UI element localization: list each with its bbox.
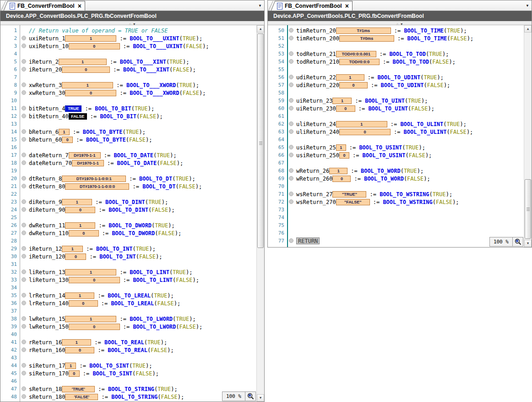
- monitor-value-box[interactable]: 'FALSE': [65, 394, 98, 400]
- monitor-value-box[interactable]: 0: [65, 347, 94, 353]
- breakpoint-dot[interactable]: [22, 114, 26, 118]
- monitor-value-box[interactable]: 0: [339, 129, 391, 135]
- monitor-value-box[interactable]: FALSE: [69, 113, 87, 120]
- zoom-magnifier-icon[interactable]: [513, 237, 523, 247]
- zoom-level[interactable]: 100 %: [222, 391, 245, 401]
- monitor-value-box[interactable]: 1: [65, 316, 116, 322]
- monitor-value-box[interactable]: 0: [69, 43, 120, 50]
- code-editor[interactable]: 1// Return value of operand = TRUE or FA…: [0, 25, 264, 402]
- breakpoint-dot[interactable]: [22, 386, 26, 391]
- breakpoint-dot[interactable]: [289, 106, 293, 110]
- monitor-value-box[interactable]: 1: [65, 363, 76, 369]
- tab-list-dropdown-icon[interactable]: ▼: [258, 4, 262, 8]
- monitor-value-box[interactable]: 0: [69, 230, 99, 237]
- breakpoint-dot[interactable]: [22, 67, 26, 72]
- monitor-value-box[interactable]: DT#1970-1-1-0:0:0: [65, 183, 129, 190]
- breakpoint-dot[interactable]: [22, 137, 26, 142]
- scroll-down-icon[interactable]: ▼: [524, 240, 532, 247]
- breakpoint-dot[interactable]: [22, 316, 26, 321]
- declaration-splitter[interactable]: △▼: [0, 21, 264, 25]
- breakpoint-dot[interactable]: [22, 340, 26, 344]
- monitor-value-box[interactable]: 1: [336, 121, 387, 127]
- monitor-value-box[interactable]: TRUE: [65, 105, 81, 112]
- breakpoint-dot[interactable]: [22, 371, 26, 375]
- monitor-value-box[interactable]: 1: [65, 269, 116, 275]
- monitor-value-box[interactable]: TOD#0:0:0: [339, 59, 380, 65]
- monitor-value-box[interactable]: 0: [336, 105, 355, 112]
- breakpoint-dot[interactable]: [289, 168, 293, 173]
- breakpoint-dot[interactable]: [22, 301, 26, 305]
- breakpoint-dot[interactable]: [289, 83, 293, 87]
- scroll-up-icon[interactable]: ▲: [257, 25, 264, 33]
- tab-close-icon[interactable]: ×: [345, 3, 349, 9]
- monitor-value-box[interactable]: 0: [65, 253, 86, 260]
- breakpoint-dot[interactable]: [22, 106, 26, 110]
- breakpoint-dot[interactable]: [289, 192, 293, 196]
- monitor-value-box[interactable]: 0: [65, 207, 95, 213]
- breakpoint-dot[interactable]: [22, 394, 26, 399]
- monitor-value-box[interactable]: 1: [62, 246, 83, 252]
- monitor-value-box[interactable]: 1: [62, 199, 92, 205]
- monitor-value-box[interactable]: 0: [65, 90, 116, 96]
- breakpoint-dot[interactable]: [289, 98, 293, 103]
- breakpoint-dot[interactable]: [289, 238, 293, 243]
- breakpoint-dot[interactable]: [289, 129, 293, 134]
- monitor-value-box[interactable]: 1: [62, 82, 113, 88]
- breakpoint-dot[interactable]: [22, 199, 26, 204]
- breakpoint-dot[interactable]: [289, 145, 293, 149]
- breakpoint-dot[interactable]: [22, 347, 26, 352]
- breakpoint-dot[interactable]: [289, 28, 293, 33]
- monitor-value-box[interactable]: T#1ms: [336, 28, 391, 34]
- breakpoint-dot[interactable]: [22, 90, 26, 95]
- scroll-down-icon[interactable]: ▼: [257, 394, 264, 402]
- monitor-value-box[interactable]: 1: [65, 35, 116, 42]
- monitor-value-box[interactable]: TOD#0:0:0.001: [336, 51, 376, 57]
- breakpoint-dot[interactable]: [289, 75, 293, 79]
- monitor-value-box[interactable]: 1: [336, 144, 346, 151]
- breakpoint-dot[interactable]: [22, 59, 26, 64]
- monitor-value-box[interactable]: 0: [339, 152, 349, 159]
- breakpoint-dot[interactable]: [289, 51, 293, 56]
- tab-list-dropdown-icon[interactable]: ▼: [526, 4, 529, 8]
- zoom-level[interactable]: 100 %: [489, 237, 513, 247]
- breakpoint-dot[interactable]: [22, 129, 26, 134]
- monitor-value-box[interactable]: "TRUE": [332, 191, 366, 198]
- monitor-value-box[interactable]: 1: [65, 222, 95, 229]
- tab-close-icon[interactable]: ×: [78, 3, 81, 9]
- monitor-value-box[interactable]: 0: [62, 66, 110, 73]
- breakpoint-dot[interactable]: [289, 176, 293, 181]
- breakpoint-dot[interactable]: [22, 36, 26, 40]
- breakpoint-dot[interactable]: [22, 254, 26, 259]
- code-editor[interactable]: 50timReturn_20T#1ms:= BOOL_TO_TIME(TRUE)…: [268, 25, 532, 247]
- monitor-value-box[interactable]: "FALSE": [336, 199, 370, 205]
- monitor-value-box[interactable]: DT#1970-1-1-0:0:1: [62, 176, 126, 182]
- monitor-value-box[interactable]: 0: [62, 137, 73, 143]
- breakpoint-dot[interactable]: [22, 363, 26, 368]
- breakpoint-dot[interactable]: [22, 293, 26, 297]
- breakpoint-dot[interactable]: [22, 83, 26, 87]
- declaration-splitter[interactable]: △▼: [268, 21, 532, 25]
- monitor-value-box[interactable]: 1: [332, 98, 352, 104]
- breakpoint-dot[interactable]: [22, 176, 26, 181]
- breakpoint-dot[interactable]: [22, 153, 26, 157]
- breakpoint-dot[interactable]: [289, 121, 293, 126]
- monitor-value-box[interactable]: D#1970-1-1: [72, 160, 104, 166]
- monitor-value-box[interactable]: 1: [62, 339, 91, 346]
- monitor-value-box[interactable]: T#0ms: [339, 35, 394, 42]
- breakpoint-dot[interactable]: [289, 199, 293, 204]
- breakpoint-dot[interactable]: [22, 160, 26, 165]
- breakpoint-dot[interactable]: [22, 277, 26, 282]
- monitor-value-box[interactable]: 1: [59, 59, 107, 65]
- monitor-value-box[interactable]: 1: [65, 292, 94, 299]
- monitor-value-box[interactable]: 1: [59, 129, 70, 135]
- breakpoint-dot[interactable]: [22, 246, 26, 251]
- breakpoint-dot[interactable]: [289, 36, 293, 40]
- tab-fb-convertfrombool[interactable]: FB_ConvertFromBool ×: [8, 1, 85, 11]
- breakpoint-dot[interactable]: [22, 207, 26, 212]
- monitor-value-box[interactable]: 1: [336, 74, 364, 81]
- scrollbar-thumb[interactable]: [525, 179, 531, 239]
- breakpoint-dot[interactable]: [22, 231, 26, 235]
- breakpoint-dot[interactable]: [289, 153, 293, 157]
- monitor-value-box[interactable]: 0: [332, 176, 351, 182]
- monitor-value-box[interactable]: 0: [69, 300, 98, 307]
